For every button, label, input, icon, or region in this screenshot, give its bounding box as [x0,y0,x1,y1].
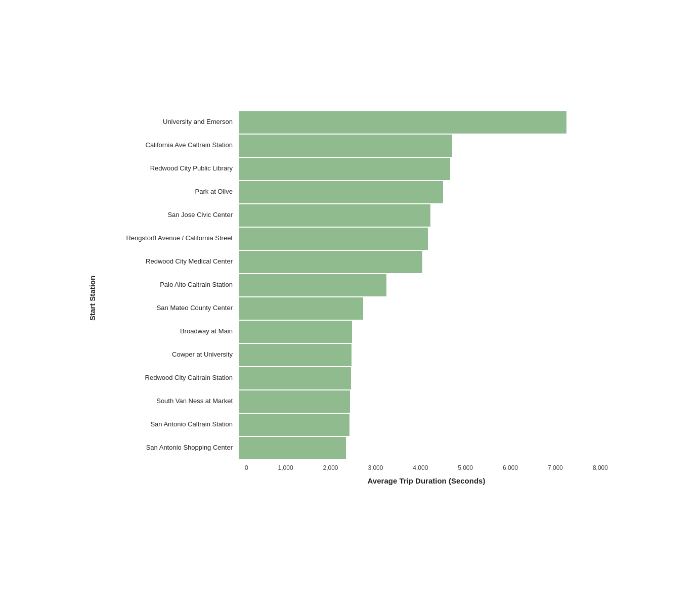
x-tick: 8,000 [593,464,608,471]
bar-wrapper [239,321,608,343]
bar [239,251,422,273]
bar-row: Redwood City Public Library [97,158,608,180]
bar-row: San Mateo County Center [97,297,608,320]
bar [239,111,566,134]
bar-wrapper [239,135,608,157]
bar-wrapper [239,228,608,250]
bars-section: University and EmersonCalifornia Ave Cal… [97,111,608,460]
bar-wrapper [239,204,608,227]
bar-wrapper [239,158,608,180]
bar [239,158,450,180]
bar-label: Broadway at Main [97,327,239,336]
bar-wrapper [239,344,608,366]
bar-row: San Antonio Shopping Center [97,437,608,459]
bar [239,414,349,436]
x-axis-area: 01,0002,0003,0004,0005,0006,0007,0008,00… [245,464,608,485]
bar-wrapper [239,251,608,273]
x-tick: 2,000 [323,464,338,471]
bar-label: Rengstorff Avenue / California Street [97,234,239,243]
bar-label: South Van Ness at Market [97,397,239,406]
x-tick: 7,000 [548,464,563,471]
x-tick: 6,000 [503,464,518,471]
bar-label: San Antonio Shopping Center [97,444,239,452]
bar [239,437,346,459]
bar [239,135,452,157]
bar [239,181,443,203]
bar-label: Redwood City Caltrain Station [97,374,239,382]
plot-area: University and EmersonCalifornia Ave Cal… [97,111,608,485]
bar-row: South Van Ness at Market [97,390,608,413]
x-tick: 4,000 [413,464,428,471]
bar-label: University and Emerson [97,118,239,126]
bar [239,390,350,413]
bar-row: Broadway at Main [97,321,608,343]
bar-label: Palo Alto Caltrain Station [97,281,239,289]
bar [239,321,352,343]
bar-label: Cowper at University [97,351,239,359]
bar-wrapper [239,390,608,413]
bar-wrapper [239,181,608,203]
bar [239,228,428,250]
bar-row: San Jose Civic Center [97,204,608,227]
bar-wrapper [239,437,608,459]
bar [239,344,352,366]
x-tick: 3,000 [368,464,383,471]
bar-label: Park at Olive [97,188,239,196]
bar-row: California Ave Caltrain Station [97,135,608,157]
bar [239,297,363,320]
bar-wrapper [239,274,608,296]
bar-wrapper [239,111,608,134]
bar-label: California Ave Caltrain Station [97,141,239,150]
bar-label: Redwood City Medical Center [97,257,239,266]
bar-wrapper [239,367,608,389]
bar-row: Cowper at University [97,344,608,366]
bar [239,274,386,296]
bar-row: Palo Alto Caltrain Station [97,274,608,296]
bar-label: San Jose Civic Center [97,211,239,220]
x-tick: 5,000 [458,464,473,471]
chart-container: Start Station University and EmersonCali… [72,96,628,515]
x-axis-label: Average Trip Duration (Seconds) [245,476,608,485]
bar-row: University and Emerson [97,111,608,134]
bar [239,204,430,227]
bar-wrapper [239,414,608,436]
bar [239,367,351,389]
bar-row: Redwood City Caltrain Station [97,367,608,389]
bar-row: Redwood City Medical Center [97,251,608,273]
y-axis-label: Start Station [82,111,97,485]
x-tick: 1,000 [278,464,293,471]
x-tick: 0 [245,464,248,471]
bar-row: San Antonio Caltrain Station [97,414,608,436]
bar-row: Rengstorff Avenue / California Street [97,228,608,250]
bar-label: San Antonio Caltrain Station [97,420,239,429]
bar-label: Redwood City Public Library [97,164,239,173]
chart-area: Start Station University and EmersonCali… [82,111,608,485]
bar-label: San Mateo County Center [97,304,239,313]
bar-wrapper [239,297,608,320]
x-ticks: 01,0002,0003,0004,0005,0006,0007,0008,00… [245,464,608,471]
bar-row: Park at Olive [97,181,608,203]
